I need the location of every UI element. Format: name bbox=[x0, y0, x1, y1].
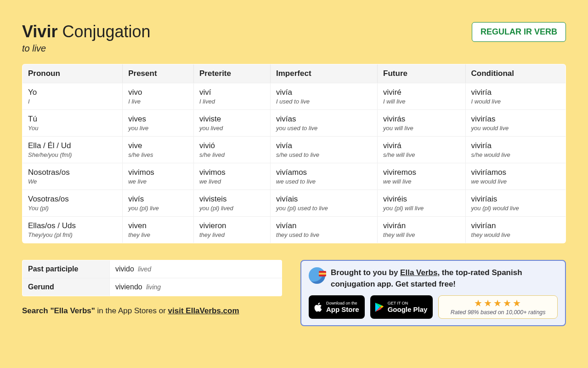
gerund-value: viviendo living bbox=[110, 278, 282, 296]
pronoun-cell: TúYou bbox=[23, 110, 123, 137]
pronoun-cell: Nosotras/osWe bbox=[23, 163, 123, 190]
conjugation-cell: viviríamoswe would live bbox=[465, 163, 565, 190]
conjugation-cell: vivíaI used to live bbox=[271, 83, 378, 110]
title-rest: Conjugation bbox=[62, 22, 150, 41]
conjugation-cell: vivíaisyou (pl) used to live bbox=[271, 190, 378, 217]
pronoun-cell: Vosotras/osYou (pl) bbox=[23, 190, 123, 217]
conjugation-cell: viviréisyou (pl) will live bbox=[378, 190, 465, 217]
table-row: Nosotras/osWevivimoswe livevivimoswe liv… bbox=[23, 163, 566, 190]
table-row: Ella / Él / UdShe/he/you (fml)vives/he l… bbox=[23, 137, 566, 163]
column-header: Future bbox=[378, 64, 465, 83]
promo-text: Brought to you by Ella Verbs, the top-ra… bbox=[331, 267, 558, 290]
conjugation-cell: viviránthey will live bbox=[378, 217, 465, 243]
column-header: Pronoun bbox=[23, 64, 123, 83]
app-store-badge[interactable]: Download on the App Store bbox=[309, 295, 365, 319]
conjugation-cell: vivísyou (pl) live bbox=[123, 190, 194, 217]
visit-ellaverbs-link[interactable]: visit EllaVerbs.com bbox=[168, 306, 239, 315]
column-header: Imperfect bbox=[271, 64, 378, 83]
google-play-icon bbox=[375, 302, 384, 312]
conjugation-cell: vivesyou live bbox=[123, 110, 194, 137]
verb-name: Vivir bbox=[22, 22, 57, 41]
conjugation-cell: vives/he lives bbox=[123, 137, 194, 163]
past-participle-value: vivido lived bbox=[110, 260, 282, 278]
conjugation-cell: vivisteyou lived bbox=[193, 110, 270, 137]
conjugation-cell: vivirásyou will live bbox=[378, 110, 465, 137]
conjugation-cell: vivíanthey used to live bbox=[271, 217, 378, 243]
star-icons: ★★★★★ bbox=[443, 299, 553, 308]
conjugation-cell: vivirás/he will live bbox=[378, 137, 465, 163]
promo-box: Brought to you by Ella Verbs, the top-ra… bbox=[300, 260, 566, 326]
conjugation-cell: vivíasyou used to live bbox=[271, 110, 378, 137]
column-header: Conditional bbox=[465, 64, 565, 83]
search-instruction: Search "Ella Verbs" in the App Stores or… bbox=[22, 306, 282, 316]
apple-icon bbox=[313, 302, 322, 312]
conjugation-cell: viviríaI would live bbox=[465, 83, 565, 110]
conjugation-cell: vivisteisyou (pl) lived bbox=[193, 190, 270, 217]
conjugation-cell: viviréI will live bbox=[378, 83, 465, 110]
page-title: Vivir Conjugation bbox=[22, 22, 151, 41]
verb-translation: to live bbox=[22, 43, 151, 54]
pronoun-cell: Ella / Él / UdShe/he/you (fml) bbox=[23, 137, 123, 163]
ella-verbs-icon bbox=[309, 267, 325, 284]
ella-verbs-link[interactable]: Ella Verbs bbox=[400, 268, 437, 277]
rating-box: ★★★★★ Rated 98% based on 10,000+ ratings bbox=[438, 295, 558, 319]
participle-table: Past participle vivido lived Gerund vivi… bbox=[22, 260, 282, 296]
rating-text: Rated 98% based on 10,000+ ratings bbox=[443, 309, 553, 316]
conjugation-cell: vivirías/he would live bbox=[465, 137, 565, 163]
conjugation-cell: vivimoswe live bbox=[123, 163, 194, 190]
google-play-badge[interactable]: GET IT ON Google Play bbox=[370, 295, 433, 319]
conjugation-cell: viventhey live bbox=[123, 217, 194, 243]
table-row: Vosotras/osYou (pl)vivísyou (pl) liveviv… bbox=[23, 190, 566, 217]
conjugation-cell: vivías/he used to live bbox=[271, 137, 378, 163]
pronoun-cell: YoI bbox=[23, 83, 123, 110]
conjugation-cell: vivíI lived bbox=[193, 83, 270, 110]
conjugation-cell: viviríanthey would live bbox=[465, 217, 565, 243]
conjugation-cell: vivimoswe lived bbox=[193, 163, 270, 190]
column-header: Preterite bbox=[193, 64, 270, 83]
conjugation-cell: viviós/he lived bbox=[193, 137, 270, 163]
conjugation-cell: viviríasyou would live bbox=[465, 110, 565, 137]
verb-type-badge: REGULAR IR VERB bbox=[472, 22, 566, 42]
conjugation-cell: vivoI live bbox=[123, 83, 194, 110]
conjugation-cell: viviríaisyou (pl) would live bbox=[465, 190, 565, 217]
conjugation-cell: viviremoswe will live bbox=[378, 163, 465, 190]
table-row: Ellas/os / UdsThey/you (pl fml)viventhey… bbox=[23, 217, 566, 243]
conjugation-cell: vivieronthey lived bbox=[193, 217, 270, 243]
gerund-label: Gerund bbox=[23, 278, 110, 296]
table-row: TúYouvivesyou livevivisteyou livedvivías… bbox=[23, 110, 566, 137]
column-header: Present bbox=[123, 64, 194, 83]
past-participle-label: Past participle bbox=[23, 260, 110, 278]
pronoun-cell: Ellas/os / UdsThey/you (pl fml) bbox=[23, 217, 123, 243]
table-row: YoIvivoI livevivíI livedvivíaI used to l… bbox=[23, 83, 566, 110]
conjugation-cell: vivíamoswe used to live bbox=[271, 163, 378, 190]
conjugation-table: PronounPresentPreteriteImperfectFutureCo… bbox=[22, 64, 566, 243]
